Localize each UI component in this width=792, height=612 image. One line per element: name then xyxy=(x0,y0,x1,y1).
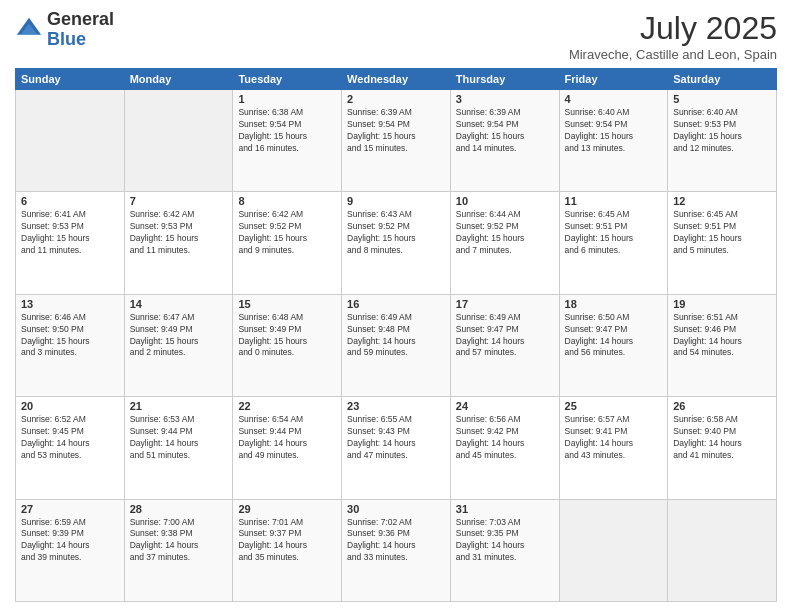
logo-general: General xyxy=(47,9,114,29)
day-number: 22 xyxy=(238,400,336,412)
subtitle: Miraveche, Castille and Leon, Spain xyxy=(569,47,777,62)
day-cell: 3Sunrise: 6:39 AM Sunset: 9:54 PM Daylig… xyxy=(450,90,559,192)
day-cell: 16Sunrise: 6:49 AM Sunset: 9:48 PM Dayli… xyxy=(342,294,451,396)
day-cell: 11Sunrise: 6:45 AM Sunset: 9:51 PM Dayli… xyxy=(559,192,668,294)
day-cell: 8Sunrise: 6:42 AM Sunset: 9:52 PM Daylig… xyxy=(233,192,342,294)
day-number: 30 xyxy=(347,503,445,515)
day-info: Sunrise: 6:40 AM Sunset: 9:53 PM Dayligh… xyxy=(673,107,771,155)
month-title: July 2025 xyxy=(569,10,777,47)
day-info: Sunrise: 6:49 AM Sunset: 9:48 PM Dayligh… xyxy=(347,312,445,360)
col-thursday: Thursday xyxy=(450,69,559,90)
day-cell: 7Sunrise: 6:42 AM Sunset: 9:53 PM Daylig… xyxy=(124,192,233,294)
col-wednesday: Wednesday xyxy=(342,69,451,90)
day-info: Sunrise: 6:39 AM Sunset: 9:54 PM Dayligh… xyxy=(347,107,445,155)
header: General Blue July 2025 Miraveche, Castil… xyxy=(15,10,777,62)
day-info: Sunrise: 7:00 AM Sunset: 9:38 PM Dayligh… xyxy=(130,517,228,565)
logo-blue: Blue xyxy=(47,29,86,49)
week-row-3: 20Sunrise: 6:52 AM Sunset: 9:45 PM Dayli… xyxy=(16,397,777,499)
day-info: Sunrise: 7:02 AM Sunset: 9:36 PM Dayligh… xyxy=(347,517,445,565)
week-row-4: 27Sunrise: 6:59 AM Sunset: 9:39 PM Dayli… xyxy=(16,499,777,601)
day-cell xyxy=(124,90,233,192)
logo-icon xyxy=(15,16,43,44)
day-info: Sunrise: 6:51 AM Sunset: 9:46 PM Dayligh… xyxy=(673,312,771,360)
day-number: 26 xyxy=(673,400,771,412)
day-number: 25 xyxy=(565,400,663,412)
day-info: Sunrise: 6:50 AM Sunset: 9:47 PM Dayligh… xyxy=(565,312,663,360)
day-info: Sunrise: 6:58 AM Sunset: 9:40 PM Dayligh… xyxy=(673,414,771,462)
day-info: Sunrise: 6:59 AM Sunset: 9:39 PM Dayligh… xyxy=(21,517,119,565)
day-info: Sunrise: 6:42 AM Sunset: 9:52 PM Dayligh… xyxy=(238,209,336,257)
title-block: July 2025 Miraveche, Castille and Leon, … xyxy=(569,10,777,62)
day-info: Sunrise: 6:56 AM Sunset: 9:42 PM Dayligh… xyxy=(456,414,554,462)
day-cell xyxy=(16,90,125,192)
calendar-body: 1Sunrise: 6:38 AM Sunset: 9:54 PM Daylig… xyxy=(16,90,777,602)
day-info: Sunrise: 6:46 AM Sunset: 9:50 PM Dayligh… xyxy=(21,312,119,360)
day-number: 9 xyxy=(347,195,445,207)
day-cell xyxy=(559,499,668,601)
day-number: 10 xyxy=(456,195,554,207)
day-cell: 17Sunrise: 6:49 AM Sunset: 9:47 PM Dayli… xyxy=(450,294,559,396)
day-cell: 10Sunrise: 6:44 AM Sunset: 9:52 PM Dayli… xyxy=(450,192,559,294)
day-info: Sunrise: 6:47 AM Sunset: 9:49 PM Dayligh… xyxy=(130,312,228,360)
day-cell: 25Sunrise: 6:57 AM Sunset: 9:41 PM Dayli… xyxy=(559,397,668,499)
day-info: Sunrise: 6:40 AM Sunset: 9:54 PM Dayligh… xyxy=(565,107,663,155)
day-cell: 19Sunrise: 6:51 AM Sunset: 9:46 PM Dayli… xyxy=(668,294,777,396)
day-info: Sunrise: 6:38 AM Sunset: 9:54 PM Dayligh… xyxy=(238,107,336,155)
day-number: 1 xyxy=(238,93,336,105)
day-cell xyxy=(668,499,777,601)
calendar-header: Sunday Monday Tuesday Wednesday Thursday… xyxy=(16,69,777,90)
day-info: Sunrise: 6:54 AM Sunset: 9:44 PM Dayligh… xyxy=(238,414,336,462)
day-info: Sunrise: 6:53 AM Sunset: 9:44 PM Dayligh… xyxy=(130,414,228,462)
day-cell: 31Sunrise: 7:03 AM Sunset: 9:35 PM Dayli… xyxy=(450,499,559,601)
day-cell: 13Sunrise: 6:46 AM Sunset: 9:50 PM Dayli… xyxy=(16,294,125,396)
day-number: 23 xyxy=(347,400,445,412)
day-number: 16 xyxy=(347,298,445,310)
day-number: 7 xyxy=(130,195,228,207)
logo: General Blue xyxy=(15,10,114,50)
day-number: 2 xyxy=(347,93,445,105)
day-info: Sunrise: 6:52 AM Sunset: 9:45 PM Dayligh… xyxy=(21,414,119,462)
col-saturday: Saturday xyxy=(668,69,777,90)
day-info: Sunrise: 6:44 AM Sunset: 9:52 PM Dayligh… xyxy=(456,209,554,257)
day-info: Sunrise: 6:45 AM Sunset: 9:51 PM Dayligh… xyxy=(565,209,663,257)
week-row-0: 1Sunrise: 6:38 AM Sunset: 9:54 PM Daylig… xyxy=(16,90,777,192)
day-number: 19 xyxy=(673,298,771,310)
day-number: 6 xyxy=(21,195,119,207)
day-cell: 12Sunrise: 6:45 AM Sunset: 9:51 PM Dayli… xyxy=(668,192,777,294)
day-cell: 27Sunrise: 6:59 AM Sunset: 9:39 PM Dayli… xyxy=(16,499,125,601)
day-number: 11 xyxy=(565,195,663,207)
day-info: Sunrise: 6:43 AM Sunset: 9:52 PM Dayligh… xyxy=(347,209,445,257)
day-cell: 22Sunrise: 6:54 AM Sunset: 9:44 PM Dayli… xyxy=(233,397,342,499)
day-info: Sunrise: 7:01 AM Sunset: 9:37 PM Dayligh… xyxy=(238,517,336,565)
day-number: 12 xyxy=(673,195,771,207)
week-row-2: 13Sunrise: 6:46 AM Sunset: 9:50 PM Dayli… xyxy=(16,294,777,396)
day-cell: 21Sunrise: 6:53 AM Sunset: 9:44 PM Dayli… xyxy=(124,397,233,499)
day-info: Sunrise: 7:03 AM Sunset: 9:35 PM Dayligh… xyxy=(456,517,554,565)
day-info: Sunrise: 6:49 AM Sunset: 9:47 PM Dayligh… xyxy=(456,312,554,360)
day-number: 5 xyxy=(673,93,771,105)
day-info: Sunrise: 6:48 AM Sunset: 9:49 PM Dayligh… xyxy=(238,312,336,360)
day-info: Sunrise: 6:42 AM Sunset: 9:53 PM Dayligh… xyxy=(130,209,228,257)
day-number: 8 xyxy=(238,195,336,207)
week-row-1: 6Sunrise: 6:41 AM Sunset: 9:53 PM Daylig… xyxy=(16,192,777,294)
day-info: Sunrise: 6:45 AM Sunset: 9:51 PM Dayligh… xyxy=(673,209,771,257)
header-row: Sunday Monday Tuesday Wednesday Thursday… xyxy=(16,69,777,90)
day-cell: 23Sunrise: 6:55 AM Sunset: 9:43 PM Dayli… xyxy=(342,397,451,499)
page: General Blue July 2025 Miraveche, Castil… xyxy=(0,0,792,612)
day-number: 17 xyxy=(456,298,554,310)
day-cell: 18Sunrise: 6:50 AM Sunset: 9:47 PM Dayli… xyxy=(559,294,668,396)
day-number: 31 xyxy=(456,503,554,515)
day-cell: 20Sunrise: 6:52 AM Sunset: 9:45 PM Dayli… xyxy=(16,397,125,499)
day-cell: 6Sunrise: 6:41 AM Sunset: 9:53 PM Daylig… xyxy=(16,192,125,294)
day-cell: 15Sunrise: 6:48 AM Sunset: 9:49 PM Dayli… xyxy=(233,294,342,396)
day-number: 27 xyxy=(21,503,119,515)
day-cell: 30Sunrise: 7:02 AM Sunset: 9:36 PM Dayli… xyxy=(342,499,451,601)
day-cell: 14Sunrise: 6:47 AM Sunset: 9:49 PM Dayli… xyxy=(124,294,233,396)
day-number: 21 xyxy=(130,400,228,412)
day-number: 18 xyxy=(565,298,663,310)
day-info: Sunrise: 6:55 AM Sunset: 9:43 PM Dayligh… xyxy=(347,414,445,462)
day-cell: 28Sunrise: 7:00 AM Sunset: 9:38 PM Dayli… xyxy=(124,499,233,601)
calendar: Sunday Monday Tuesday Wednesday Thursday… xyxy=(15,68,777,602)
day-number: 13 xyxy=(21,298,119,310)
day-cell: 5Sunrise: 6:40 AM Sunset: 9:53 PM Daylig… xyxy=(668,90,777,192)
